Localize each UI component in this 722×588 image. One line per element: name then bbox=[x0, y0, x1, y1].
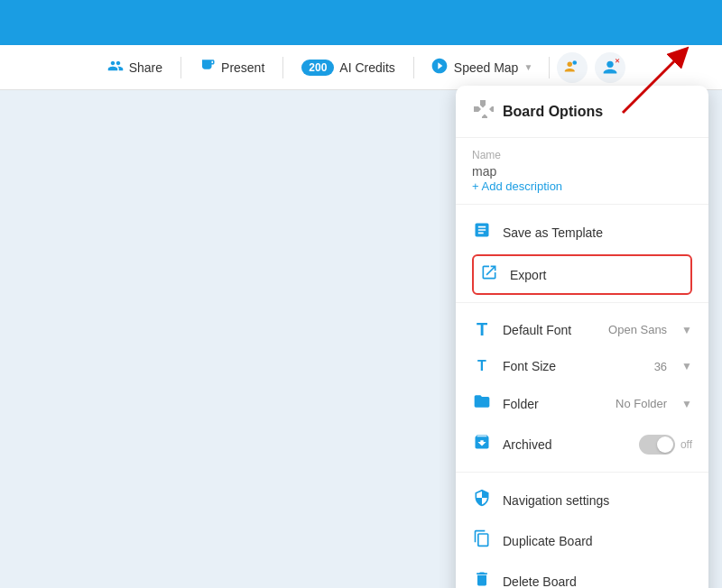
speed-map-icon bbox=[430, 57, 449, 78]
name-label: Name bbox=[472, 149, 692, 161]
default-font-arrow: ▼ bbox=[681, 324, 692, 336]
archived-toggle-container[interactable]: off bbox=[639, 435, 692, 455]
name-value: map bbox=[472, 164, 496, 179]
export-item[interactable]: Export bbox=[472, 254, 692, 295]
navigation-settings-item[interactable]: Navigation settings bbox=[472, 480, 692, 520]
font-size-icon: T bbox=[472, 358, 492, 374]
present-icon bbox=[199, 58, 216, 78]
collab-button[interactable] bbox=[557, 52, 588, 83]
panel-header: Board Options bbox=[456, 86, 708, 138]
divider2 bbox=[282, 57, 283, 78]
navigation-settings-label: Navigation settings bbox=[503, 493, 692, 508]
divider3 bbox=[413, 57, 414, 78]
divider-after-archived bbox=[456, 472, 708, 473]
duplicate-board-item[interactable]: Duplicate Board bbox=[472, 520, 692, 561]
duplicate-board-icon bbox=[472, 529, 492, 552]
font-size-arrow: ▼ bbox=[681, 360, 692, 372]
navigation-settings-icon bbox=[472, 489, 492, 511]
archived-label: Archived bbox=[503, 437, 560, 452]
default-font-label: Default Font bbox=[503, 323, 597, 337]
folder-icon bbox=[472, 392, 492, 415]
export-icon bbox=[479, 263, 499, 286]
speed-map-label: Speed Map bbox=[454, 60, 519, 75]
default-font-icon: T bbox=[472, 319, 492, 340]
folder-label: Folder bbox=[503, 397, 605, 411]
folder-value: No Folder bbox=[616, 397, 667, 410]
font-size-item[interactable]: T Font Size 36 ▼ bbox=[472, 349, 692, 383]
present-label: Present bbox=[221, 60, 264, 75]
save-template-item[interactable]: Save as Template bbox=[472, 212, 692, 253]
delete-board-label: Delete Board bbox=[503, 574, 692, 589]
speed-map-button[interactable]: Speed Map ▼ bbox=[421, 51, 542, 83]
archived-icon bbox=[472, 433, 492, 455]
ai-credits-button[interactable]: 200 AI Credits bbox=[291, 54, 406, 81]
svg-point-0 bbox=[568, 61, 573, 67]
ai-credits-count: 200 bbox=[301, 60, 334, 76]
folder-item[interactable]: Folder No Folder ▼ bbox=[472, 383, 692, 424]
default-font-item[interactable]: T Default Font Open Sans ▼ bbox=[472, 310, 692, 349]
font-size-label: Font Size bbox=[503, 359, 643, 373]
ai-credits-label: AI Credits bbox=[339, 60, 394, 75]
share-icon bbox=[107, 58, 124, 78]
duplicate-board-label: Duplicate Board bbox=[503, 534, 692, 548]
font-size-value: 36 bbox=[654, 360, 667, 373]
archived-item[interactable]: Archived off bbox=[472, 424, 692, 464]
speed-map-dropdown-icon: ▼ bbox=[523, 62, 532, 72]
export-label: Export bbox=[510, 268, 685, 282]
divider-after-export bbox=[456, 302, 708, 303]
topbar bbox=[0, 0, 722, 45]
panel-title: Board Options bbox=[503, 104, 603, 120]
save-template-icon bbox=[472, 221, 492, 243]
panel-body: Name map + Add description Save as Templ… bbox=[456, 138, 708, 588]
divider4 bbox=[549, 57, 550, 78]
user-avatar-icon: ✕ bbox=[600, 58, 620, 78]
svg-point-2 bbox=[607, 60, 614, 67]
share-button[interactable]: Share bbox=[97, 52, 173, 83]
folder-arrow: ▼ bbox=[681, 398, 692, 410]
present-button[interactable]: Present bbox=[189, 52, 275, 83]
add-description-link[interactable]: + Add description bbox=[472, 179, 692, 193]
toolbar: Share Present 200 AI Credits Speed Map ▼ bbox=[0, 45, 722, 90]
default-font-value: Open Sans bbox=[608, 323, 667, 336]
collab-icon bbox=[562, 58, 582, 78]
svg-text:✕: ✕ bbox=[615, 58, 620, 65]
archived-toggle-label: off bbox=[680, 438, 692, 451]
share-label: Share bbox=[129, 60, 162, 75]
divider-after-name bbox=[456, 204, 708, 205]
svg-point-1 bbox=[573, 60, 578, 65]
board-options-panel: Board Options Name map + Add description… bbox=[456, 86, 708, 588]
board-options-icon bbox=[472, 98, 494, 124]
archived-toggle[interactable] bbox=[639, 435, 675, 455]
user-avatar-button[interactable]: ✕ bbox=[595, 52, 625, 83]
toggle-knob bbox=[657, 436, 673, 453]
save-template-label: Save as Template bbox=[503, 225, 692, 240]
delete-board-icon bbox=[472, 570, 492, 588]
divider bbox=[180, 57, 181, 78]
delete-board-item[interactable]: Delete Board bbox=[472, 561, 692, 588]
